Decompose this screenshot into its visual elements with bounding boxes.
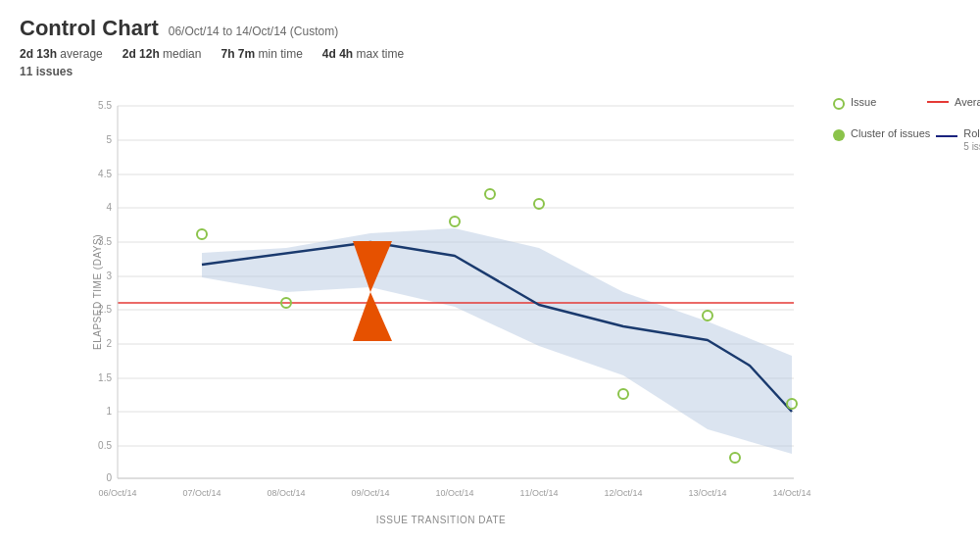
legend-rolling-avg: Rolling average 5 issue window	[936, 127, 980, 152]
cluster-icon	[833, 129, 845, 141]
page-title: Control Chart	[20, 16, 159, 41]
svg-text:13/Oct/14: 13/Oct/14	[688, 488, 726, 498]
svg-text:0.5: 0.5	[98, 440, 112, 451]
median-stat: 2d 12h median	[122, 47, 202, 61]
svg-text:08/Oct/14: 08/Oct/14	[267, 488, 305, 498]
max-time-stat: 4d 4h max time	[322, 47, 404, 61]
main-container: Control Chart 06/Oct/14 to 14/Oct/14 (Cu…	[0, 0, 980, 542]
x-axis-label: ISSUE TRANSITION DATE	[376, 515, 506, 525]
svg-text:14/Oct/14: 14/Oct/14	[772, 488, 810, 498]
date-range: 06/Oct/14 to 14/Oct/14 (Custom)	[169, 25, 338, 38]
min-time-stat: 7h 7m min time	[220, 47, 302, 61]
legend-average: Average	[927, 96, 980, 120]
svg-text:06/Oct/14: 06/Oct/14	[98, 488, 136, 498]
stats-row: 2d 13h average 2d 12h median 7h 7m min t…	[20, 47, 960, 61]
svg-text:3: 3	[106, 271, 112, 281]
legend-cluster: Cluster of issues	[833, 127, 930, 152]
svg-point-39	[450, 217, 460, 226]
average-stat: 2d 13h average	[20, 47, 103, 61]
issues-count: 11 issues	[20, 65, 960, 78]
svg-point-43	[703, 311, 712, 320]
svg-text:07/Oct/14: 07/Oct/14	[182, 488, 220, 498]
svg-text:12/Oct/14: 12/Oct/14	[604, 488, 642, 498]
svg-text:1.5: 1.5	[98, 372, 112, 383]
svg-marker-33	[202, 228, 792, 454]
svg-text:09/Oct/14: 09/Oct/14	[351, 488, 389, 498]
legend-row-2: Cluster of issues Rolling average 5 issu…	[833, 127, 980, 152]
legend-issue: Issue	[833, 96, 921, 120]
svg-text:4: 4	[106, 202, 112, 213]
legend: Issue Average Standard deviation Cluster…	[823, 96, 980, 152]
svg-text:10/Oct/14: 10/Oct/14	[435, 488, 473, 498]
issue-icon	[833, 98, 845, 110]
y-axis-label: ELAPSED TIME (DAYS)	[92, 234, 103, 350]
average-icon	[927, 101, 949, 103]
svg-text:5.5: 5.5	[98, 100, 112, 111]
svg-point-42	[618, 389, 628, 399]
svg-text:1: 1	[106, 406, 112, 417]
legend-row-1: Issue Average Standard deviation	[833, 96, 980, 120]
svg-text:5: 5	[106, 134, 112, 145]
chart-wrapper: ELAPSED TIME (DAYS) ISSUE TRANSITION DAT…	[69, 86, 813, 498]
svg-text:11/Oct/14: 11/Oct/14	[519, 488, 558, 498]
svg-text:0: 0	[106, 472, 112, 483]
svg-marker-36	[353, 292, 392, 341]
chart-svg: 0 0.5 1 1.5 2 2.5 3 3.5 4 4.5 5 5.5 06/O…	[69, 86, 813, 498]
rolling-avg-icon	[936, 135, 957, 137]
svg-point-37	[197, 229, 207, 239]
svg-text:4.5: 4.5	[98, 169, 112, 179]
svg-text:2: 2	[106, 338, 112, 349]
svg-point-40	[485, 189, 495, 199]
svg-point-44	[730, 453, 740, 463]
